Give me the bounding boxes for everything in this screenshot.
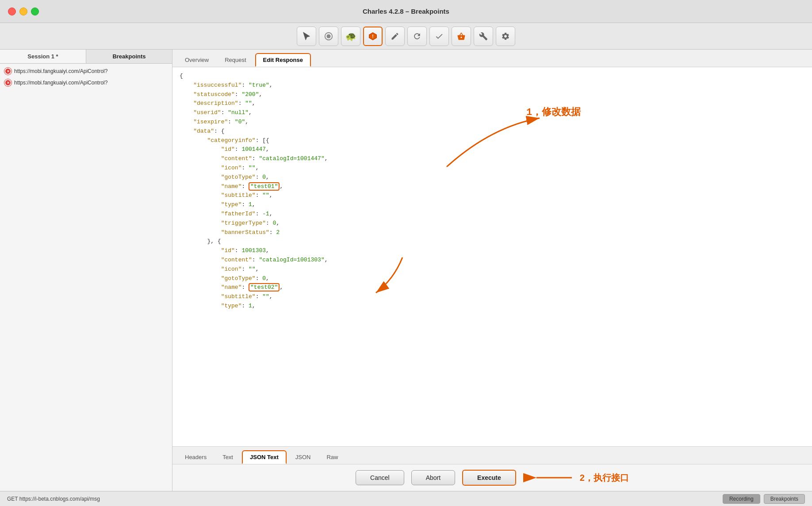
tools-btn[interactable] (474, 27, 493, 46)
refresh-btn[interactable] (407, 27, 427, 46)
json-line: }, { (180, 237, 805, 246)
json-line: "name": "test02", (180, 283, 805, 292)
json-line: "data": { (180, 127, 805, 136)
json-line: "gotoType": 0, (180, 173, 805, 182)
bottom-tab-bar: Headers Text JSON Text JSON Raw (172, 446, 812, 464)
minimize-button[interactable] (19, 8, 27, 15)
breakpoints-tab[interactable]: Breakpoints (86, 50, 172, 63)
sidebar: Session 1 * Breakpoints https://mobi.fan… (0, 50, 172, 491)
execute-button[interactable]: Execute (462, 470, 516, 486)
json-line: "id": 1001303, (180, 246, 805, 256)
list-item[interactable]: https://mobi.fangkuaiyi.com/ApiControl? (0, 65, 172, 77)
json-line: "icon": "", (180, 265, 805, 274)
cancel-button[interactable]: Cancel (356, 470, 404, 485)
content-panel: Overview Request Edit Response { "issucc… (172, 50, 812, 491)
session-tab[interactable]: Session 1 * (0, 50, 86, 63)
tab-text[interactable]: Text (215, 451, 240, 463)
pointer-btn[interactable] (297, 27, 316, 46)
tab-json[interactable]: JSON (288, 451, 318, 463)
top-tab-bar: Overview Request Edit Response (172, 50, 812, 67)
json-line: { (180, 72, 805, 81)
title-bar: Charles 4.2.8 – Breakpoints (0, 0, 812, 23)
tab-overview[interactable]: Overview (178, 54, 216, 66)
close-button[interactable] (8, 8, 16, 15)
json-line: "subtitle": "", (180, 191, 805, 200)
basket-btn[interactable] (452, 27, 471, 46)
maximize-button[interactable] (31, 8, 39, 15)
json-line: "id": 1001447, (180, 145, 805, 154)
json-line: "subtitle": "", (180, 292, 805, 302)
settings-btn[interactable] (496, 27, 515, 46)
status-url: GET https://i-beta.cnblogs.com/api/msg (7, 496, 100, 502)
json-content-area[interactable]: { "issuccessful": "true", "statuscode": … (172, 67, 812, 446)
status-right: Recording Breakpoints (723, 494, 805, 504)
status-bar: GET https://i-beta.cnblogs.com/api/msg R… (0, 491, 812, 506)
tab-raw[interactable]: Raw (319, 451, 345, 463)
json-line: "content": "catalogId=1001447", (180, 154, 805, 164)
sidebar-url-2: https://mobi.fangkuaiyi.com/ApiControl? (14, 80, 107, 86)
json-line: "isexpire": "0", (180, 118, 805, 127)
json-line: "type": 1, (180, 200, 805, 210)
action-bar: Cancel Abort Execute 2，执行接口 (172, 464, 812, 491)
window-title: Charles 4.2.8 – Breakpoints (363, 8, 449, 15)
json-line: "content": "catalogId=1001303", (180, 256, 805, 265)
tab-edit-response[interactable]: Edit Response (255, 53, 311, 67)
pen-btn[interactable] (385, 27, 405, 46)
check-btn[interactable] (429, 27, 449, 46)
traffic-lights (8, 8, 39, 15)
json-line: "userid": "null", (180, 108, 805, 118)
breakpoint-btn[interactable]: ! (363, 27, 383, 46)
json-line: "gotoType": 0, (180, 274, 805, 284)
breakpoints-button[interactable]: Breakpoints (764, 494, 805, 504)
breakpoint-icon (4, 79, 11, 86)
annotation-step2: 2，执行接口 (580, 472, 629, 484)
session-tabs: Session 1 * Breakpoints (0, 50, 172, 64)
json-line: "type": 1, (180, 302, 805, 311)
record-btn[interactable] (319, 27, 338, 46)
recording-button[interactable]: Recording (723, 494, 760, 504)
breakpoint-icon (4, 68, 11, 75)
arrow-execute-annotation (532, 469, 576, 487)
json-line: "statuscode": "200", (180, 90, 805, 100)
sidebar-list: https://mobi.fangkuaiyi.com/ApiControl? … (0, 64, 172, 491)
svg-point-1 (326, 34, 330, 38)
abort-button[interactable]: Abort (411, 470, 455, 485)
tab-headers[interactable]: Headers (178, 451, 214, 463)
svg-text:!: ! (372, 34, 373, 39)
tab-json-text[interactable]: JSON Text (242, 450, 287, 464)
sidebar-url-1: https://mobi.fangkuaiyi.com/ApiControl? (14, 68, 107, 74)
json-line: "description": "", (180, 99, 805, 108)
toolbar: 🐢 ! (0, 23, 812, 50)
json-line: "issuccessful": "true", (180, 81, 805, 90)
main-area: Session 1 * Breakpoints https://mobi.fan… (0, 50, 812, 491)
json-line: "fatherId": -1, (180, 210, 805, 219)
json-line: "icon": "", (180, 164, 805, 173)
json-line: "name": "test01", (180, 182, 805, 192)
json-line: "triggerType": 0, (180, 219, 805, 228)
json-line: "bannerStatus": 2 (180, 228, 805, 238)
list-item[interactable]: https://mobi.fangkuaiyi.com/ApiControl? (0, 77, 172, 88)
tab-request[interactable]: Request (218, 54, 253, 66)
json-line: "categoryinfo": [{ (180, 136, 805, 146)
turtle-btn[interactable]: 🐢 (341, 27, 360, 46)
